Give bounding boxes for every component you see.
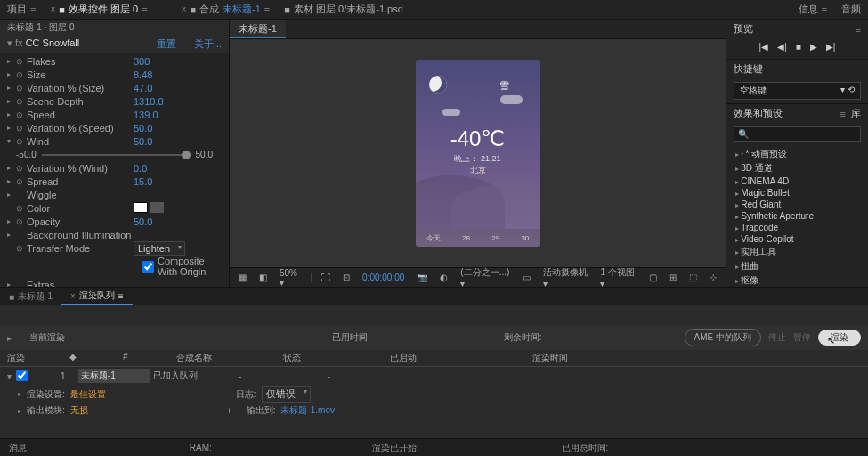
menu-icon[interactable]: ≡ [840, 109, 846, 119]
stopwatch-icon[interactable]: ⊙ [16, 204, 27, 213]
tab-composition[interactable]: × ■ 合成 未标题-1 ≡ [174, 0, 278, 19]
grid-icon[interactable]: ▦ [235, 273, 250, 282]
menu-icon[interactable]: ≡ [30, 4, 36, 15]
effect-category[interactable]: 抠像 [726, 273, 868, 288]
transfer-mode-select[interactable]: Lighten [134, 241, 185, 256]
menu-icon[interactable]: ≡ [856, 24, 861, 35]
channel-icon[interactable]: ◐ [436, 273, 451, 282]
prop-wind-value[interactable]: 50.0 [134, 136, 222, 147]
toggle-icon[interactable]: ⬚ [685, 273, 701, 282]
snapshot-icon[interactable]: 📷 [413, 273, 431, 282]
add-output-icon[interactable]: + [227, 406, 232, 416]
stopwatch-icon[interactable]: ⊙ [16, 97, 27, 106]
view-icon[interactable]: ▭ [519, 273, 534, 282]
effect-category[interactable]: * 动画预设 [726, 147, 868, 161]
prop-flakes-value[interactable]: 300 [134, 56, 222, 67]
tab-info[interactable]: 信息 ≡ [791, 0, 834, 19]
timecode[interactable]: 0:00:00:00 [359, 273, 408, 282]
prop-opacity-value[interactable]: 50.0 [134, 216, 222, 227]
reset-link[interactable]: 重置 [157, 37, 176, 51]
queue-comp-name[interactable]: 未标题-1 [78, 369, 150, 383]
effect-category[interactable]: 实用工具 [726, 245, 868, 259]
shortcut-select[interactable]: 空格键▾ ⟲ [734, 82, 861, 100]
effect-category[interactable]: Video Copilot [726, 233, 868, 245]
about-link[interactable]: 关于... [194, 37, 222, 51]
render-queue-tab[interactable]: × 渲染队列 ≡ [61, 288, 133, 305]
stopwatch-icon[interactable]: ⊙ [16, 84, 27, 93]
tab-footage[interactable]: ■ 素材 图层 0/未标题-1.psd [277, 0, 410, 19]
slider-knob[interactable] [182, 151, 191, 159]
prop-scene-depth-value[interactable]: 1310.0 [134, 96, 222, 107]
effect-category[interactable]: 3D 通道 [726, 161, 868, 175]
views-select[interactable]: 1 个视图 ▾ [596, 266, 640, 289]
full-icon[interactable]: ⛶ [318, 273, 334, 282]
close-icon[interactable]: × [182, 4, 187, 14]
comp-tab[interactable]: 未标题-1 [230, 20, 286, 38]
effect-category[interactable]: Magic Bullet [726, 187, 868, 199]
prop-var-size-value[interactable]: 47.0 [134, 83, 222, 94]
stopwatch-icon[interactable]: ⊙ [16, 110, 27, 119]
log-select[interactable]: 仅错误 [262, 386, 311, 403]
tab-effect-controls[interactable]: × ■ 效果控件 图层 0 ≡ [43, 0, 154, 19]
prop-spread-value[interactable]: 15.0 [134, 176, 222, 187]
effect-category[interactable]: Red Giant [726, 199, 868, 210]
first-frame-icon[interactable]: |◀ [759, 42, 769, 52]
stopwatch-icon[interactable]: ⊙ [16, 137, 27, 146]
output-to-value[interactable]: 未标题-1.mov [280, 404, 335, 417]
preview-panel-title[interactable]: 预览 [734, 22, 753, 36]
last-frame-icon[interactable]: ▶| [826, 42, 836, 52]
camera-select[interactable]: 活动摄像机 ▾ [539, 266, 592, 289]
stop-icon[interactable]: ■ [796, 42, 801, 52]
prev-frame-icon[interactable]: ◀| [777, 42, 787, 52]
region-icon[interactable]: ⊡ [339, 273, 353, 282]
stopwatch-icon[interactable]: ⊙ [16, 124, 27, 133]
render-checkbox[interactable] [16, 370, 28, 381]
play-icon[interactable]: ▶ [810, 42, 817, 52]
zoom-select[interactable]: 50% ▾ [276, 268, 304, 288]
eyedropper-icon[interactable] [150, 202, 164, 213]
stopwatch-icon[interactable]: ⊙ [16, 70, 27, 79]
prop-var-wind-value[interactable]: 0.0 [134, 163, 222, 174]
stopwatch-icon[interactable]: ⊙ [16, 177, 27, 186]
resolution-select[interactable]: (二分之一...) ▾ [457, 266, 513, 289]
viewer-canvas[interactable]: 雪 -40℃ 晚上： 21:21 北京 今天 28 29 30 [230, 39, 726, 267]
stopwatch-icon[interactable]: ⊙ [16, 244, 27, 253]
composite-checkbox[interactable] [142, 261, 154, 273]
tab-project[interactable]: 项目 ≡ [0, 0, 43, 19]
render-button[interactable]: ↖渲染 [818, 330, 861, 346]
stopwatch-icon[interactable]: ⊙ [16, 217, 27, 226]
library-tab[interactable]: 库 [851, 107, 861, 120]
menu-icon[interactable]: ≡ [822, 4, 827, 15]
render-settings-value[interactable]: 最佳设置 [70, 388, 106, 401]
wind-slider[interactable]: -50.0 50.0 [0, 148, 229, 161]
effect-category[interactable]: CINEMA 4D [726, 175, 868, 187]
stop-button[interactable]: 停止 [768, 331, 786, 344]
effect-category[interactable]: Trapcode [726, 222, 868, 233]
effect-category[interactable]: 扭曲 [726, 259, 868, 273]
close-icon[interactable]: × [70, 291, 76, 301]
toggle-icon[interactable]: ⊹ [706, 273, 720, 282]
prop-var-speed-value[interactable]: 50.0 [134, 123, 222, 134]
alpha-icon[interactable]: ◧ [256, 273, 271, 282]
color-swatch[interactable] [134, 202, 148, 213]
menu-icon[interactable]: ≡ [264, 4, 270, 15]
effect-category[interactable]: Synthetic Aperture [726, 210, 868, 222]
timeline-tab[interactable]: ■ 未标题-1 [0, 288, 61, 305]
tab-audio[interactable]: 音频 [834, 0, 868, 19]
menu-icon[interactable]: ≡ [118, 291, 124, 301]
stopwatch-icon[interactable]: ⊙ [16, 57, 27, 66]
toggle-icon[interactable]: ▢ [645, 273, 661, 282]
prop-speed-value[interactable]: 139.0 [134, 110, 222, 120]
effects-search[interactable]: 🔍 [734, 126, 861, 142]
toggle-icon[interactable]: ⊞ [666, 273, 680, 282]
effect-name[interactable]: CC Snowfall [26, 37, 80, 48]
pause-button[interactable]: 暂停 [793, 331, 811, 344]
close-icon[interactable]: × [50, 4, 55, 14]
output-module-value[interactable]: 无损 [70, 404, 88, 417]
stopwatch-icon[interactable]: ⊙ [16, 164, 27, 173]
queue-item[interactable]: ▾ 1 未标题-1 已加入队列 - - [0, 367, 868, 385]
effects-presets-tab[interactable]: 效果和预设 [734, 107, 783, 120]
ame-queue-button[interactable]: AME 中的队列 [685, 329, 761, 346]
menu-icon[interactable]: ≡ [142, 4, 147, 15]
prop-size-value[interactable]: 8.48 [134, 69, 222, 80]
